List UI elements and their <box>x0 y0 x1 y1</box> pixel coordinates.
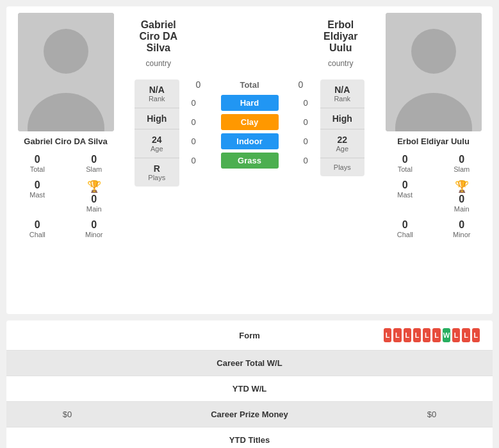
left-player-title: Gabriel Ciro DA Silva <box>131 13 186 57</box>
center-top: Gabriel Ciro DA Silva country Erbol Eldi… <box>125 6 374 73</box>
form-badge-l: L <box>432 328 440 342</box>
left-level-row: High <box>135 108 179 129</box>
left-mast-value: 0 <box>11 179 64 191</box>
right-main-value: 0 <box>436 194 489 205</box>
right-rank-value: N/A <box>334 85 350 95</box>
form-badge-l: L <box>413 328 421 342</box>
left-mast-label: Mast <box>11 191 64 199</box>
left-player-avatar <box>18 13 114 131</box>
clay-score-right: 0 <box>298 117 314 127</box>
left-trophy-icon: 🏆 <box>87 180 101 193</box>
match-total-right: 0 <box>291 79 311 90</box>
right-player-card: Erbol Eldiyar Uulu 0 Total 0 Slam 0 Mast… <box>374 6 493 314</box>
right-trophy-cell: 🏆 0 Main <box>434 177 490 215</box>
right-total-cell: 0 Total <box>377 151 433 176</box>
form-badge-l: L <box>462 328 470 342</box>
left-level-value: High <box>147 113 167 124</box>
left-age-label: Age <box>151 145 163 153</box>
surface-row-grass: 0 Grass 0 <box>186 153 314 169</box>
left-chall-label: Chall <box>11 231 64 238</box>
form-badge-l: L <box>452 328 460 342</box>
right-total-label: Total <box>379 165 432 173</box>
left-age-row: 24 Age <box>135 129 179 158</box>
left-total-label: Total <box>11 165 64 173</box>
right-slam-label: Slam <box>436 165 489 173</box>
right-level-row: High <box>320 108 365 129</box>
right-plays-row: Plays <box>320 158 365 176</box>
right-rank-row: N/A Rank <box>320 79 365 108</box>
main-container: Gabriel Ciro DA Silva 0 Total 0 Slam 0 M… <box>0 0 499 448</box>
bottom-section: Form LLLLLLWLLL Career Total W/L YTD W/L… <box>6 320 493 448</box>
ytd-wl-label: YTD W/L <box>115 384 384 394</box>
left-rank-value: N/A <box>149 85 165 95</box>
right-player-title: Erbol Eldiyar Uulu <box>314 13 368 57</box>
left-minor-label: Minor <box>68 231 121 238</box>
match-total-left: 0 <box>189 79 208 90</box>
left-stat-panel: N/A Rank High 24 Age R Plays <box>135 79 179 187</box>
left-mast-cell: 0 Mast <box>10 177 65 215</box>
clay-score-left: 0 <box>186 117 202 127</box>
right-player-avatar <box>386 13 482 131</box>
left-main-value: 0 <box>68 194 121 205</box>
hard-badge: Hard <box>221 95 279 111</box>
svg-point-1 <box>44 29 88 74</box>
right-mast-label: Mast <box>379 191 432 199</box>
form-badges: LLLLLLWLLL <box>384 328 480 342</box>
clay-badge: Clay <box>221 114 279 130</box>
indoor-badge: Indoor <box>221 133 279 149</box>
right-level-value: High <box>332 113 352 124</box>
career-prize-left: $0 <box>19 410 115 419</box>
left-player-card: Gabriel Ciro DA Silva 0 Total 0 Slam 0 M… <box>6 6 125 314</box>
right-trophy-icon: 🏆 <box>455 180 469 193</box>
right-age-label: Age <box>336 145 348 153</box>
right-minor-label: Minor <box>436 231 489 238</box>
surface-row-hard: 0 Hard 0 <box>186 95 314 111</box>
form-badge-l: L <box>423 328 430 342</box>
right-plays-label: Plays <box>334 163 351 171</box>
grass-score-left: 0 <box>186 156 202 165</box>
career-wl-row: Career Total W/L <box>6 351 493 376</box>
right-stat-panel: N/A Rank High 22 Age Plays <box>320 79 365 176</box>
left-rank-row: N/A Rank <box>135 79 179 108</box>
career-prize-label: Career Prize Money <box>115 410 384 419</box>
right-rank-label: Rank <box>334 95 350 103</box>
form-badge-l: L <box>393 328 401 342</box>
right-age-row: 22 Age <box>320 129 365 158</box>
form-badge-l: L <box>384 328 391 342</box>
left-plays-value: R <box>154 163 160 174</box>
left-rank-label: Rank <box>149 95 165 103</box>
left-slam-label: Slam <box>68 165 121 173</box>
grass-badge: Grass <box>221 153 279 169</box>
left-slam-value: 0 <box>68 154 121 165</box>
career-prize-row: $0 Career Prize Money $0 <box>6 402 493 427</box>
hard-score-left: 0 <box>186 98 202 108</box>
hard-score-right: 0 <box>298 98 314 108</box>
right-main-label: Main <box>436 205 489 213</box>
grass-score-right: 0 <box>298 156 314 165</box>
right-minor-cell: 0 Minor <box>434 217 490 241</box>
indoor-score-right: 0 <box>298 137 314 146</box>
left-trophy-cell: 🏆 0 Main <box>67 177 122 215</box>
right-mast-value: 0 <box>379 179 432 191</box>
right-player-stats: 0 Total 0 Slam 0 Mast 🏆 0 Main 0 <box>377 151 489 241</box>
right-minor-value: 0 <box>436 219 489 231</box>
right-mast-cell: 0 Mast <box>377 177 433 215</box>
left-minor-value: 0 <box>68 219 121 231</box>
surface-row-indoor: 0 Indoor 0 <box>186 133 314 149</box>
match-total-label: Total <box>240 80 259 90</box>
left-player-stats: 0 Total 0 Slam 0 Mast 🏆 0 Main 0 <box>10 151 122 241</box>
form-badge-w: W <box>443 328 450 342</box>
left-chall-cell: 0 Chall <box>10 217 65 241</box>
left-chall-value: 0 <box>11 219 64 231</box>
ytd-wl-row: YTD W/L <box>6 376 493 402</box>
left-minor-cell: 0 Minor <box>67 217 122 241</box>
right-slam-cell: 0 Slam <box>434 151 490 176</box>
right-country: country <box>314 57 368 73</box>
center-area: Gabriel Ciro DA Silva country Erbol Eldi… <box>125 6 374 314</box>
indoor-score-left: 0 <box>186 137 202 146</box>
ytd-titles-label: YTD Titles <box>115 435 384 445</box>
form-badges-container: LLLLLLWLLL <box>384 328 480 342</box>
surface-list: 0 Hard 0 0 Clay 0 0 Indoor 0 <box>186 95 314 169</box>
left-player-name: Gabriel Ciro DA Silva <box>24 137 107 146</box>
right-chall-value: 0 <box>379 219 432 231</box>
